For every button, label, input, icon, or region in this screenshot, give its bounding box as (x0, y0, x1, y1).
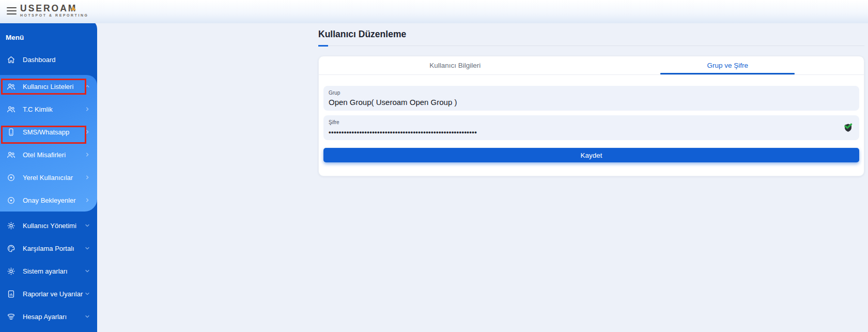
password-masked-value: ••••••••••••••••••••••••••••••••••••••••… (329, 128, 852, 136)
group-field-label: Grup (329, 90, 852, 96)
sidebar-item-sistem-ayarlari[interactable]: Sistem ayarları (0, 260, 97, 282)
password-field-label: Şifre (329, 119, 852, 125)
app-window: USEROAM HOTSPOT & REPORTING Menü Dashboa… (0, 0, 868, 332)
chevron-down-icon (84, 313, 90, 320)
sidebar-item-dashboard[interactable]: Dashboard (0, 48, 97, 71)
chevron-right-icon (84, 197, 90, 203)
chevron-down-icon (84, 222, 90, 229)
sidebar-item-karsilama-portali[interactable]: Karşılama Portalı (0, 237, 97, 260)
tab-grup-ve-sifre[interactable]: Grup ve Şifre (592, 56, 864, 74)
chevron-right-icon (84, 174, 90, 180)
sidebar-item-raporlar-ve-uyarilar[interactable]: Raporlar ve Uyarılar (0, 282, 97, 305)
top-bar: USEROAM HOTSPOT & REPORTING (0, 0, 868, 23)
report-icon (7, 290, 16, 298)
hamburger-menu-icon[interactable] (7, 7, 17, 16)
brand-name: USEROAM (20, 3, 88, 13)
shield-check-icon (844, 123, 853, 133)
tab-bar: Kullanıcı Bilgileri Grup ve Şifre (319, 56, 864, 75)
target-icon (7, 196, 16, 205)
chevron-down-icon (84, 245, 90, 251)
chevron-up-icon (84, 83, 90, 89)
sidebar-expanded-group: Kullanıcı Listeleri T.C Kimlik SMS/Whats… (0, 75, 97, 212)
sidebar-item-label: Dashboard (23, 56, 56, 64)
chevron-down-icon (84, 291, 90, 297)
group-select-field[interactable]: Grup Open Group( Useroam Open Group ) (323, 86, 859, 111)
chevron-down-icon (84, 268, 90, 274)
sidebar-item-yerel-kullanicilar[interactable]: Yerel Kullanıcılar (0, 166, 97, 189)
users-icon (7, 105, 16, 114)
sidebar-item-hesap-ayarlari[interactable]: Hesap Ayarları (0, 305, 97, 328)
sidebar-nav: Dashboard Kullanıcı Listeleri T.C Kimlik… (0, 48, 97, 328)
brand-logo: USEROAM HOTSPOT & REPORTING (20, 3, 88, 17)
sidebar-item-tc-kimlik[interactable]: T.C Kimlik (0, 98, 97, 120)
sidebar-item-kullanici-yonetimi[interactable]: Kullanıcı Yönetimi (0, 214, 97, 237)
save-button[interactable]: Kaydet (323, 148, 859, 162)
users-icon (7, 150, 16, 159)
group-field-value: Open Group( Useroam Open Group ) (329, 98, 852, 107)
sidebar-item-kullanici-listeleri[interactable]: Kullanıcı Listeleri (0, 75, 97, 98)
sidebar-item-label: SMS/Whatsapp (23, 128, 69, 136)
sidebar-item-label: Karşılama Portalı (23, 245, 74, 252)
sidebar-item-label: Otel Misafirleri (23, 151, 66, 159)
sidebar: Menü Dashboard Kullanıcı Listeleri T.C K… (0, 20, 97, 332)
sidebar-item-otel-misafirleri[interactable]: Otel Misafirleri (0, 143, 97, 166)
gear-icon (7, 221, 16, 230)
home-icon (7, 55, 16, 64)
sidebar-item-label: Onay Bekleyenler (23, 197, 76, 204)
sidebar-item-label: Hesap Ayarları (23, 313, 67, 321)
tab-kullanici-bilgileri[interactable]: Kullanıcı Bilgileri (319, 56, 592, 74)
sidebar-item-label: Yerel Kullanıcılar (23, 174, 73, 182)
sidebar-item-label: Kullanıcı Listeleri (23, 83, 73, 90)
chevron-right-icon (84, 129, 90, 135)
sidebar-item-label: T.C Kimlik (23, 105, 53, 113)
logo-triangle-icon (71, 6, 76, 10)
user-edit-card: Kullanıcı Bilgileri Grup ve Şifre Grup O… (318, 56, 864, 176)
phone-icon (7, 128, 16, 137)
chevron-right-icon (84, 152, 90, 158)
active-tab-indicator (660, 73, 795, 74)
sidebar-item-label: Sistem ayarları (23, 267, 68, 275)
page-title: Kullanıcı Düzenleme (318, 29, 864, 40)
brand-tagline: HOTSPOT & REPORTING (20, 13, 88, 17)
group-password-form: Grup Open Group( Useroam Open Group ) Şi… (319, 75, 864, 162)
chevron-right-icon (84, 106, 90, 112)
sidebar-item-sms-whatsapp[interactable]: SMS/Whatsapp (0, 120, 97, 143)
password-field[interactable]: Şifre ••••••••••••••••••••••••••••••••••… (323, 115, 859, 140)
sidebar-item-label: Raporlar ve Uyarılar (23, 290, 83, 298)
title-divider (318, 45, 864, 47)
sidebar-item-label: Kullanıcı Yönetimi (23, 222, 76, 230)
users-icon (7, 82, 16, 91)
palette-icon (7, 244, 16, 253)
account-icon (7, 312, 16, 321)
target-icon (7, 173, 16, 182)
sidebar-item-onay-bekleyenler[interactable]: Onay Bekleyenler (0, 189, 97, 212)
main-content: Kullanıcı Düzenleme Kullanıcı Bilgileri … (318, 23, 864, 176)
gear-icon (7, 267, 16, 276)
